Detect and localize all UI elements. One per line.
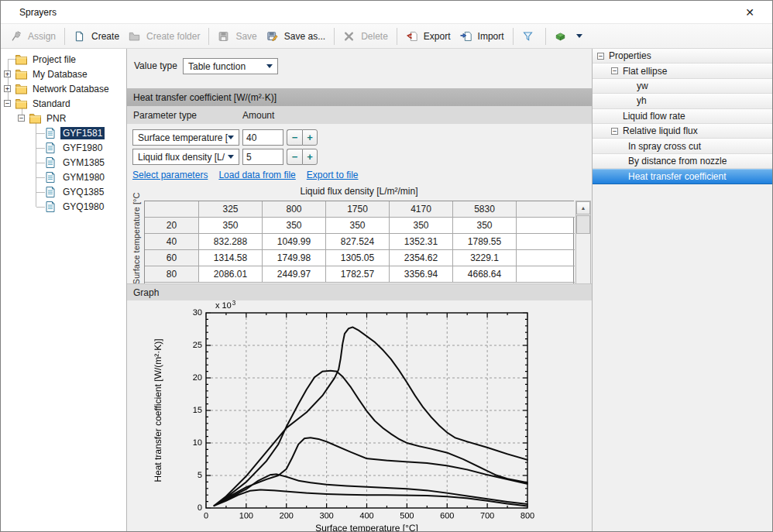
table-cell[interactable]: 1749.98 xyxy=(263,250,326,266)
table-cell[interactable]: 2449.97 xyxy=(263,266,326,283)
tree-item[interactable]: + Network Database xyxy=(1,81,126,96)
tree-item[interactable]: GYQ1980 xyxy=(1,199,126,214)
filter-button[interactable] xyxy=(517,29,541,44)
toolbar-separator xyxy=(334,28,335,45)
table-cell[interactable]: 350 xyxy=(199,218,263,234)
create-folder-button[interactable]: Create folder xyxy=(124,29,204,44)
value-type-select[interactable]: Table function xyxy=(183,58,278,74)
export-to-file-link[interactable]: Export to file xyxy=(307,170,359,180)
amount-input-1[interactable]: 40 xyxy=(242,129,283,146)
tree-expander-icon[interactable]: − xyxy=(611,67,618,74)
row-header[interactable]: 80 xyxy=(145,266,199,283)
table-cell[interactable]: 832.288 xyxy=(199,234,263,250)
row-header[interactable]: 40 xyxy=(145,234,199,250)
table-cell[interactable]: 350 xyxy=(453,218,517,234)
row-header[interactable]: 60 xyxy=(145,250,199,266)
table-cell[interactable]: 1352.31 xyxy=(390,234,453,250)
table-cell[interactable]: 1789.55 xyxy=(453,234,517,250)
create-button[interactable]: Create xyxy=(69,29,124,44)
assign-button[interactable]: Assign xyxy=(5,29,60,44)
property-item[interactable]: − Flat ellipse xyxy=(593,63,773,78)
table-cell[interactable]: 3356.94 xyxy=(390,266,453,283)
property-item[interactable]: − Properties xyxy=(593,49,773,63)
tree-expander-icon[interactable]: − xyxy=(4,100,11,107)
toolbar-separator xyxy=(397,28,397,45)
table-cell[interactable]: 350 xyxy=(263,218,326,234)
table-cell[interactable]: 1305.05 xyxy=(326,250,390,266)
property-item[interactable]: yh xyxy=(593,94,773,108)
col-header-empty xyxy=(517,201,575,218)
table-cell[interactable]: 827.524 xyxy=(326,234,390,250)
amount-input-2[interactable]: 5 xyxy=(242,149,283,165)
tree-item[interactable]: − Standard xyxy=(1,96,126,111)
table-cell[interactable]: 1314.58 xyxy=(199,250,263,266)
col-header[interactable]: 5830 xyxy=(453,201,517,218)
col-header[interactable]: 4170 xyxy=(390,201,453,218)
property-item[interactable]: In spray cross cut xyxy=(593,139,773,153)
export-button[interactable]: Export xyxy=(401,29,455,44)
tree-expander-icon[interactable]: − xyxy=(611,128,618,135)
parameter-type-value-2: Liquid flux density [L/ xyxy=(138,152,225,163)
scrollbar-thumb[interactable] xyxy=(576,215,590,234)
module-button[interactable] xyxy=(550,29,587,44)
table-cell[interactable]: 350 xyxy=(326,218,390,234)
table-cell-empty xyxy=(517,234,575,250)
property-item[interactable]: By distance from nozzle xyxy=(593,154,773,169)
document-icon xyxy=(46,128,55,139)
select-parameters-link[interactable]: Select parameters xyxy=(132,170,208,180)
table-cell[interactable]: 350 xyxy=(390,218,453,234)
property-item[interactable]: − Relative liquid flux xyxy=(593,124,773,139)
database-tree: Project file + My Database + Network Dat… xyxy=(1,52,126,214)
import-button[interactable]: Import xyxy=(455,29,509,44)
tree-item[interactable]: GYQ1385 xyxy=(1,184,126,199)
decrement-button[interactable]: − xyxy=(287,149,302,165)
tree-item-icon xyxy=(46,172,57,183)
tree-item[interactable]: + My Database xyxy=(1,67,126,81)
tree-item[interactable]: GYM1980 xyxy=(1,170,126,184)
save-button[interactable]: Save xyxy=(213,29,261,44)
row-header[interactable]: 20 xyxy=(145,218,199,234)
increment-button[interactable]: + xyxy=(302,129,318,146)
amount-stepper-1: − + xyxy=(287,129,318,146)
col-header[interactable]: 1750 xyxy=(326,201,390,218)
assign-label: Assign xyxy=(28,31,56,42)
tree-item-label: PNR xyxy=(44,112,68,125)
tree-item[interactable]: GYM1385 xyxy=(1,155,126,170)
scroll-up-button[interactable]: ▲ xyxy=(576,201,590,215)
tree-item[interactable]: − PNR xyxy=(1,111,126,125)
tree-expander-icon[interactable]: + xyxy=(4,85,11,92)
tree-expander-icon[interactable]: − xyxy=(597,53,604,60)
col-header[interactable]: 325 xyxy=(199,201,263,218)
property-item[interactable]: Liquid flow rate xyxy=(593,109,773,124)
load-data-from-file-link[interactable]: Load data from file xyxy=(218,170,295,180)
save-as-button[interactable]: Save as... xyxy=(262,29,330,44)
close-button[interactable]: ✕ xyxy=(740,4,760,21)
table-cell[interactable]: 2354.62 xyxy=(390,250,453,266)
parameter-type-select-1[interactable]: Surface temperature [ xyxy=(132,129,239,146)
table-cell[interactable]: 1782.57 xyxy=(326,266,390,283)
tree-item-label: Network Database xyxy=(30,83,112,95)
document-icon xyxy=(46,142,55,153)
table-cell[interactable]: 2086.01 xyxy=(199,266,263,283)
table-cell-empty xyxy=(517,250,575,266)
property-item[interactable]: yw xyxy=(593,79,773,94)
property-item[interactable]: Heat transfer coefficient xyxy=(593,169,773,184)
property-item-label: Liquid flow rate xyxy=(623,111,685,122)
decrement-button[interactable]: − xyxy=(287,129,302,146)
parameter-type-select-2[interactable]: Liquid flux density [L/ xyxy=(132,149,239,165)
tree-expander-icon[interactable]: − xyxy=(18,115,25,122)
table-cell[interactable]: 4668.64 xyxy=(453,266,517,283)
folder-icon xyxy=(15,69,27,80)
tree-item[interactable]: GYF1980 xyxy=(1,140,126,155)
increment-button[interactable]: + xyxy=(302,149,318,165)
delete-button[interactable]: Delete xyxy=(338,29,393,44)
table-cell[interactable]: 1049.99 xyxy=(263,234,326,250)
parameter-type-header: Parameter type xyxy=(133,110,197,121)
tree-item[interactable]: Project file xyxy=(1,52,126,67)
tree-expander-icon[interactable]: + xyxy=(4,70,11,77)
property-item-label: Flat ellipse xyxy=(623,66,667,77)
table-cell[interactable]: 3229.1 xyxy=(453,250,517,266)
property-item-label: yh xyxy=(637,95,647,106)
col-header[interactable]: 800 xyxy=(263,201,326,218)
tree-item[interactable]: GYF1581 xyxy=(1,125,126,140)
